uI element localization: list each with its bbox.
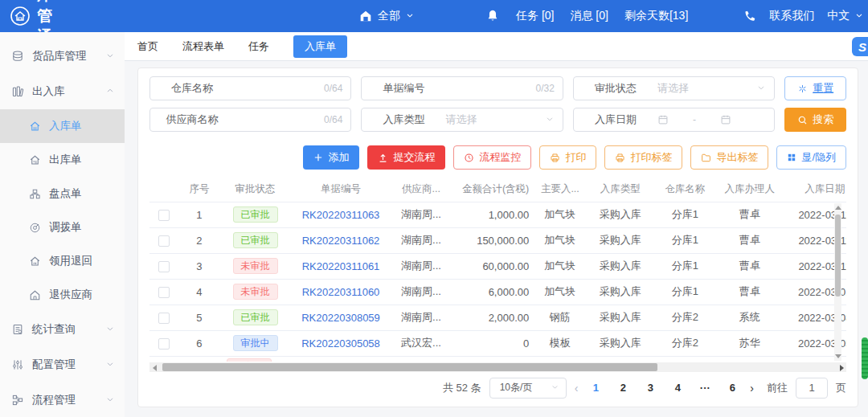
app-logo-icon (10, 6, 31, 27)
grid-icon (787, 153, 796, 162)
sidebar-group-label: 配置管理 (32, 358, 105, 372)
report-icon (11, 323, 24, 336)
print-button[interactable]: 打印 (539, 145, 596, 170)
doc-number-link[interactable]: RK20220311061 (302, 260, 380, 272)
scroll-down-arrow-icon[interactable] (835, 354, 841, 358)
print-label: 打印 (565, 150, 586, 165)
page-ellipsis[interactable]: ··· (695, 382, 714, 394)
sidebar-group-statistics[interactable]: 统计查询 (0, 312, 125, 347)
tab-tasks[interactable]: 任务 (248, 39, 269, 54)
messages-menu[interactable]: 消息 [0] (570, 9, 608, 23)
sidebar-item-inbound-orders[interactable]: 入库单 (0, 109, 125, 143)
horizontal-scrollbar[interactable] (149, 362, 846, 372)
page-number-3[interactable]: 3 (641, 382, 660, 394)
cell-item: 加气块 (534, 227, 586, 253)
assistant-float-button[interactable]: S (852, 37, 868, 56)
approval-status-select[interactable]: 审批状态 请选择 (573, 76, 775, 100)
row-checkbox[interactable] (158, 287, 170, 298)
horizontal-scrollbar-thumb[interactable] (162, 363, 657, 371)
cell-seq: 5 (179, 305, 219, 330)
status-badge: 已审批 (233, 232, 278, 248)
goto-page-input[interactable] (796, 378, 828, 399)
filter-row-2: 供应商名称 0/64 入库类型 请选择 (149, 108, 846, 132)
inbound-date-range[interactable]: 入库日期 - (573, 108, 775, 132)
sidebar-item-requisition-return[interactable]: 领用退回 (0, 244, 125, 278)
filter-row-1: 仓库名称 0/64 单据编号 0/32 审批状态 请选择 (149, 76, 846, 100)
scope-selector[interactable]: 全部 (358, 9, 415, 23)
inbound-type-select[interactable]: 入库类型 请选择 (361, 108, 563, 132)
row-checkbox[interactable] (158, 235, 170, 247)
tab-inbound-orders[interactable]: 入库单 (293, 35, 347, 58)
tab-home[interactable]: 首页 (137, 39, 158, 54)
show-hide-columns-label: 显/隐列 (801, 150, 836, 165)
date-separator: - (693, 114, 696, 125)
warehouse-name-field[interactable]: 仓库名称 0/64 (149, 76, 351, 100)
next-page-button[interactable]: › (750, 382, 754, 395)
show-hide-columns-button[interactable]: 显/隐列 (776, 145, 846, 170)
status-badge: 审批中 (233, 335, 278, 351)
search-icon (797, 115, 808, 125)
doc-number-field[interactable]: 单据编号 0/32 (361, 76, 563, 100)
inbound-orders-card: 仓库名称 0/64 单据编号 0/32 审批状态 请选择 (137, 67, 858, 407)
browser-scrollbar-thumb[interactable] (862, 337, 868, 379)
doc-number-link[interactable]: RK20220311063 (302, 209, 380, 221)
sidebar-group-label: 货品库管理 (32, 49, 105, 63)
sidebar-item-stocktake-orders[interactable]: 盘点单 (0, 177, 125, 211)
tasks-menu[interactable]: 任务 [0] (516, 9, 554, 23)
sliders-icon (11, 358, 24, 371)
page-number-6[interactable]: 6 (723, 382, 742, 394)
field-label: 仓库名称 (150, 81, 234, 96)
page-number-2[interactable]: 2 (613, 382, 633, 394)
cell-seq: 4 (179, 279, 219, 305)
page-size-select[interactable]: 10条/页 (489, 378, 567, 399)
cell-warehouse: 分库2 (654, 305, 715, 330)
supplier-name-field[interactable]: 供应商名称 0/64 (149, 108, 351, 132)
add-button[interactable]: 添加 (303, 145, 359, 170)
tab-flow-forms[interactable]: 流程表单 (182, 39, 224, 54)
doc-number-link[interactable]: RK20220311060 (302, 286, 380, 298)
scroll-right-arrow-icon[interactable] (840, 365, 844, 371)
sidebar-item-return-supplier[interactable]: 退供应商 (0, 278, 125, 312)
scroll-up-arrow-icon[interactable] (835, 206, 841, 210)
sidebar-item-transfer-orders[interactable]: 调拨单 (0, 211, 125, 244)
sidebar-group-inout[interactable]: 出入库 (0, 74, 125, 109)
bell-icon[interactable] (485, 9, 500, 23)
contact-us-link[interactable]: 联系我们 (769, 9, 814, 23)
reset-button[interactable]: 重置 (784, 76, 846, 100)
vertical-scrollbar[interactable] (834, 203, 841, 361)
sidebar-group-configuration[interactable]: 配置管理 (0, 347, 125, 382)
scroll-left-arrow-icon[interactable] (153, 365, 157, 371)
row-checkbox[interactable] (158, 210, 170, 221)
sidebar-group-goods[interactable]: 货品库管理 (0, 39, 125, 74)
search-button[interactable]: 搜索 (784, 108, 846, 132)
flow-monitor-button[interactable]: 流程监控 (453, 145, 531, 170)
row-checkbox[interactable] (158, 261, 170, 272)
sidebar-item-outbound-orders[interactable]: 出库单 (0, 143, 125, 177)
submit-flow-button[interactable]: 提交流程 (367, 145, 445, 170)
prev-page-button[interactable]: ‹ (575, 382, 579, 395)
doc-number-link[interactable]: RK20220311062 (302, 235, 380, 247)
cell-type: 采购入库 (586, 202, 654, 227)
vertical-scrollbar-thumb[interactable] (835, 215, 841, 296)
doc-number-link[interactable]: RK20220308059 (301, 312, 380, 324)
cell-item: 模板 (534, 330, 586, 356)
action-toolbar: 添加 提交流程 流程监控 (149, 145, 846, 170)
cell-seq: 6 (179, 330, 219, 356)
house-out-icon (29, 154, 41, 166)
page-number-1[interactable]: 1 (586, 382, 605, 394)
cell-amount: 0 (452, 330, 534, 356)
cell-type: 采购入库 (586, 330, 654, 356)
export-tags-button[interactable]: 导出标签 (690, 145, 768, 170)
printer-icon (550, 153, 560, 163)
chevron-down-icon (551, 382, 559, 394)
row-checkbox[interactable] (158, 338, 170, 350)
sidebar: 货品库管理 出入库 入库单 (0, 32, 125, 417)
row-checkbox[interactable] (158, 313, 170, 324)
cell-amount: 2,000.00 (452, 305, 534, 330)
warehouse-icon (11, 85, 24, 98)
sidebar-group-workflow[interactable]: 流程管理 (0, 382, 125, 417)
doc-number-link[interactable]: RK20220305058 (301, 337, 380, 350)
print-tags-button[interactable]: 打印标签 (604, 145, 682, 170)
page-number-4[interactable]: 4 (668, 382, 687, 394)
language-selector[interactable]: 中文 (827, 9, 864, 23)
